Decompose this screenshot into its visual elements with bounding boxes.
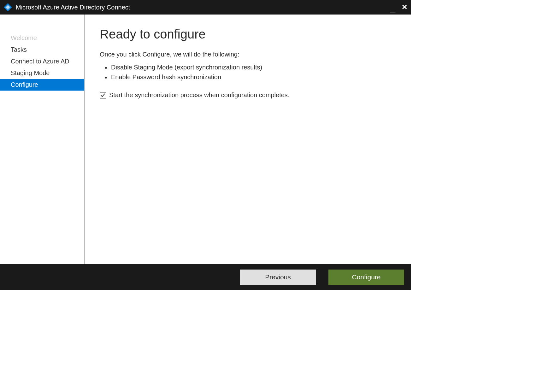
start-sync-checkbox-row: Start the synchronization process when c…: [100, 92, 395, 99]
configure-button[interactable]: Configure: [328, 270, 404, 285]
list-item: Disable Staging Mode (export synchroniza…: [111, 62, 395, 72]
sidebar-item-configure[interactable]: Configure: [0, 79, 84, 91]
previous-button[interactable]: Previous: [240, 270, 316, 285]
sidebar-item-tasks[interactable]: Tasks: [0, 44, 84, 56]
sidebar-item-label: Tasks: [11, 46, 27, 53]
azure-ad-connect-window: Microsoft Azure Active Directory Connect…: [0, 0, 411, 290]
sidebar-item-label: Connect to Azure AD: [11, 58, 69, 65]
sidebar-item-label: Welcome: [11, 34, 37, 41]
titlebar: Microsoft Azure Active Directory Connect…: [0, 0, 411, 15]
start-sync-checkbox-label: Start the synchronization process when c…: [109, 92, 289, 99]
sidebar-item-label: Configure: [11, 81, 38, 88]
action-list: Disable Staging Mode (export synchroniza…: [100, 62, 395, 82]
check-icon: [101, 93, 105, 98]
footer-bar: Previous Configure: [0, 264, 411, 290]
window-title: Microsoft Azure Active Directory Connect: [16, 4, 390, 11]
body-area: Welcome Tasks Connect to Azure AD Stagin…: [0, 15, 411, 264]
start-sync-checkbox[interactable]: [100, 92, 106, 98]
sidebar-item-welcome[interactable]: Welcome: [0, 32, 84, 44]
intro-text: Once you click Configure, we will do the…: [100, 51, 395, 58]
minimize-icon[interactable]: _: [390, 4, 395, 13]
close-icon[interactable]: ✕: [402, 4, 407, 11]
window-controls: _ ✕: [390, 3, 407, 12]
azure-ad-connect-icon: [4, 3, 12, 11]
sidebar-nav: Welcome Tasks Connect to Azure AD Stagin…: [0, 15, 85, 264]
list-item: Enable Password hash synchronization: [111, 72, 395, 82]
sidebar-item-staging-mode[interactable]: Staging Mode: [0, 67, 84, 79]
main-content: Ready to configure Once you click Config…: [85, 15, 411, 264]
sidebar-item-label: Staging Mode: [11, 69, 50, 76]
sidebar-item-connect-azure-ad[interactable]: Connect to Azure AD: [0, 56, 84, 67]
page-title: Ready to configure: [100, 27, 395, 41]
